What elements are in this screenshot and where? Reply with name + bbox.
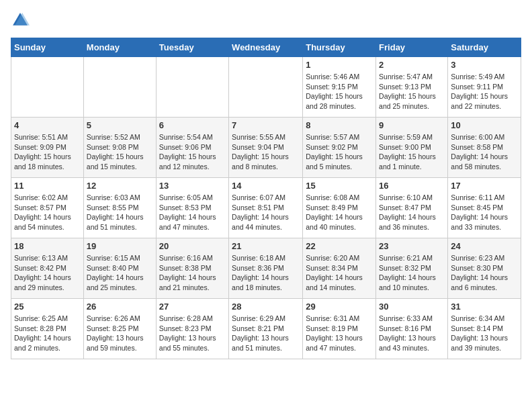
day-info: Sunrise: 6:26 AM Sunset: 8:25 PM Dayligh… [87, 314, 153, 353]
day-info: Sunrise: 5:55 AM Sunset: 9:04 PM Dayligh… [232, 132, 300, 172]
day-number: 26 [87, 302, 153, 312]
calendar-cell [229, 57, 303, 118]
calendar-cell: 7Sunrise: 5:55 AM Sunset: 9:04 PM Daylig… [229, 118, 303, 178]
day-info: Sunrise: 5:49 AM Sunset: 9:11 PM Dayligh… [451, 72, 518, 111]
day-number: 17 [451, 181, 518, 191]
day-info: Sunrise: 6:21 AM Sunset: 8:32 PM Dayligh… [379, 253, 445, 293]
day-info: Sunrise: 6:25 AM Sunset: 8:28 PM Dayligh… [14, 314, 81, 353]
header-monday: Monday [83, 38, 156, 57]
day-number: 12 [87, 181, 153, 191]
calendar-cell: 13Sunrise: 6:05 AM Sunset: 8:53 PM Dayli… [156, 178, 228, 238]
day-info: Sunrise: 6:02 AM Sunset: 8:57 PM Dayligh… [14, 193, 81, 232]
calendar-cell [83, 57, 156, 118]
header-sunday: Sunday [11, 38, 84, 57]
day-info: Sunrise: 6:08 AM Sunset: 8:49 PM Dayligh… [306, 193, 373, 232]
day-number: 6 [159, 120, 226, 130]
day-number: 30 [379, 302, 445, 312]
calendar-cell: 27Sunrise: 6:28 AM Sunset: 8:23 PM Dayli… [156, 299, 228, 359]
calendar-week-5: 25Sunrise: 6:25 AM Sunset: 8:28 PM Dayli… [11, 299, 521, 359]
logo [11, 11, 32, 30]
day-info: Sunrise: 6:34 AM Sunset: 8:14 PM Dayligh… [451, 314, 518, 353]
calendar-cell: 14Sunrise: 6:07 AM Sunset: 8:51 PM Dayli… [229, 178, 303, 238]
day-info: Sunrise: 6:07 AM Sunset: 8:51 PM Dayligh… [232, 193, 300, 232]
day-number: 3 [451, 60, 518, 70]
header-tuesday: Tuesday [156, 38, 228, 57]
day-number: 16 [379, 181, 445, 191]
day-number: 11 [14, 181, 81, 191]
day-info: Sunrise: 6:16 AM Sunset: 8:38 PM Dayligh… [159, 253, 226, 293]
calendar-cell: 21Sunrise: 6:18 AM Sunset: 8:36 PM Dayli… [229, 238, 303, 299]
day-number: 22 [306, 241, 373, 251]
day-number: 21 [232, 241, 300, 251]
day-number: 4 [14, 120, 81, 130]
calendar-cell: 18Sunrise: 6:13 AM Sunset: 8:42 PM Dayli… [11, 238, 84, 299]
calendar-cell: 2Sunrise: 5:47 AM Sunset: 9:13 PM Daylig… [376, 57, 448, 118]
day-number: 14 [232, 181, 300, 191]
day-number: 13 [159, 181, 226, 191]
calendar-week-1: 1Sunrise: 5:46 AM Sunset: 9:15 PM Daylig… [11, 57, 521, 118]
day-number: 29 [306, 302, 373, 312]
header-thursday: Thursday [303, 38, 376, 57]
day-info: Sunrise: 5:47 AM Sunset: 9:13 PM Dayligh… [379, 72, 445, 111]
calendar-cell: 11Sunrise: 6:02 AM Sunset: 8:57 PM Dayli… [11, 178, 84, 238]
calendar-cell: 16Sunrise: 6:10 AM Sunset: 8:47 PM Dayli… [376, 178, 448, 238]
day-info: Sunrise: 6:03 AM Sunset: 8:55 PM Dayligh… [87, 193, 153, 232]
day-info: Sunrise: 6:11 AM Sunset: 8:45 PM Dayligh… [451, 193, 518, 232]
day-number: 19 [87, 241, 153, 251]
day-info: Sunrise: 6:31 AM Sunset: 8:19 PM Dayligh… [306, 314, 373, 353]
header-saturday: Saturday [448, 38, 521, 57]
day-info: Sunrise: 5:52 AM Sunset: 9:08 PM Dayligh… [87, 132, 153, 172]
day-number: 15 [306, 181, 373, 191]
day-number: 7 [232, 120, 300, 130]
day-number: 8 [306, 120, 373, 130]
calendar-cell: 31Sunrise: 6:34 AM Sunset: 8:14 PM Dayli… [448, 299, 521, 359]
calendar-cell: 25Sunrise: 6:25 AM Sunset: 8:28 PM Dayli… [11, 299, 84, 359]
day-info: Sunrise: 6:10 AM Sunset: 8:47 PM Dayligh… [379, 193, 445, 232]
day-info: Sunrise: 5:57 AM Sunset: 9:02 PM Dayligh… [306, 132, 373, 172]
day-info: Sunrise: 6:33 AM Sunset: 8:16 PM Dayligh… [379, 314, 445, 353]
calendar-cell: 4Sunrise: 5:51 AM Sunset: 9:09 PM Daylig… [11, 118, 84, 178]
day-number: 2 [379, 60, 445, 70]
calendar-cell: 3Sunrise: 5:49 AM Sunset: 9:11 PM Daylig… [448, 57, 521, 118]
day-info: Sunrise: 6:23 AM Sunset: 8:30 PM Dayligh… [451, 253, 518, 293]
day-number: 28 [232, 302, 300, 312]
day-info: Sunrise: 6:20 AM Sunset: 8:34 PM Dayligh… [306, 253, 373, 293]
calendar-cell: 20Sunrise: 6:16 AM Sunset: 8:38 PM Dayli… [156, 238, 228, 299]
generalblue-logo-icon [11, 11, 30, 30]
day-number: 5 [87, 120, 153, 130]
calendar-cell: 5Sunrise: 5:52 AM Sunset: 9:08 PM Daylig… [83, 118, 156, 178]
day-info: Sunrise: 6:28 AM Sunset: 8:23 PM Dayligh… [159, 314, 226, 353]
day-number: 18 [14, 241, 81, 251]
header-friday: Friday [376, 38, 448, 57]
header [11, 11, 521, 30]
day-info: Sunrise: 6:13 AM Sunset: 8:42 PM Dayligh… [14, 253, 81, 293]
calendar-cell: 6Sunrise: 5:54 AM Sunset: 9:06 PM Daylig… [156, 118, 228, 178]
calendar-cell: 1Sunrise: 5:46 AM Sunset: 9:15 PM Daylig… [303, 57, 376, 118]
day-info: Sunrise: 5:46 AM Sunset: 9:15 PM Dayligh… [306, 72, 373, 111]
day-info: Sunrise: 6:18 AM Sunset: 8:36 PM Dayligh… [232, 253, 300, 293]
calendar-cell: 12Sunrise: 6:03 AM Sunset: 8:55 PM Dayli… [83, 178, 156, 238]
calendar-cell [156, 57, 228, 118]
calendar-cell: 17Sunrise: 6:11 AM Sunset: 8:45 PM Dayli… [448, 178, 521, 238]
calendar-cell: 22Sunrise: 6:20 AM Sunset: 8:34 PM Dayli… [303, 238, 376, 299]
day-number: 20 [159, 241, 226, 251]
calendar-cell: 10Sunrise: 6:00 AM Sunset: 8:58 PM Dayli… [448, 118, 521, 178]
calendar-header-row: SundayMondayTuesdayWednesdayThursdayFrid… [11, 38, 521, 57]
calendar-cell: 8Sunrise: 5:57 AM Sunset: 9:02 PM Daylig… [303, 118, 376, 178]
day-info: Sunrise: 5:54 AM Sunset: 9:06 PM Dayligh… [159, 132, 226, 172]
day-info: Sunrise: 6:15 AM Sunset: 8:40 PM Dayligh… [87, 253, 153, 293]
day-number: 10 [451, 120, 518, 130]
calendar-cell: 19Sunrise: 6:15 AM Sunset: 8:40 PM Dayli… [83, 238, 156, 299]
calendar-week-3: 11Sunrise: 6:02 AM Sunset: 8:57 PM Dayli… [11, 178, 521, 238]
day-number: 23 [379, 241, 445, 251]
calendar-week-4: 18Sunrise: 6:13 AM Sunset: 8:42 PM Dayli… [11, 238, 521, 299]
day-number: 27 [159, 302, 226, 312]
day-info: Sunrise: 6:05 AM Sunset: 8:53 PM Dayligh… [159, 193, 226, 232]
day-info: Sunrise: 6:00 AM Sunset: 8:58 PM Dayligh… [451, 132, 518, 172]
calendar-cell: 23Sunrise: 6:21 AM Sunset: 8:32 PM Dayli… [376, 238, 448, 299]
day-info: Sunrise: 5:59 AM Sunset: 9:00 PM Dayligh… [379, 132, 445, 172]
calendar-cell: 15Sunrise: 6:08 AM Sunset: 8:49 PM Dayli… [303, 178, 376, 238]
day-info: Sunrise: 6:29 AM Sunset: 8:21 PM Dayligh… [232, 314, 300, 353]
calendar-cell: 9Sunrise: 5:59 AM Sunset: 9:00 PM Daylig… [376, 118, 448, 178]
calendar-cell: 28Sunrise: 6:29 AM Sunset: 8:21 PM Dayli… [229, 299, 303, 359]
